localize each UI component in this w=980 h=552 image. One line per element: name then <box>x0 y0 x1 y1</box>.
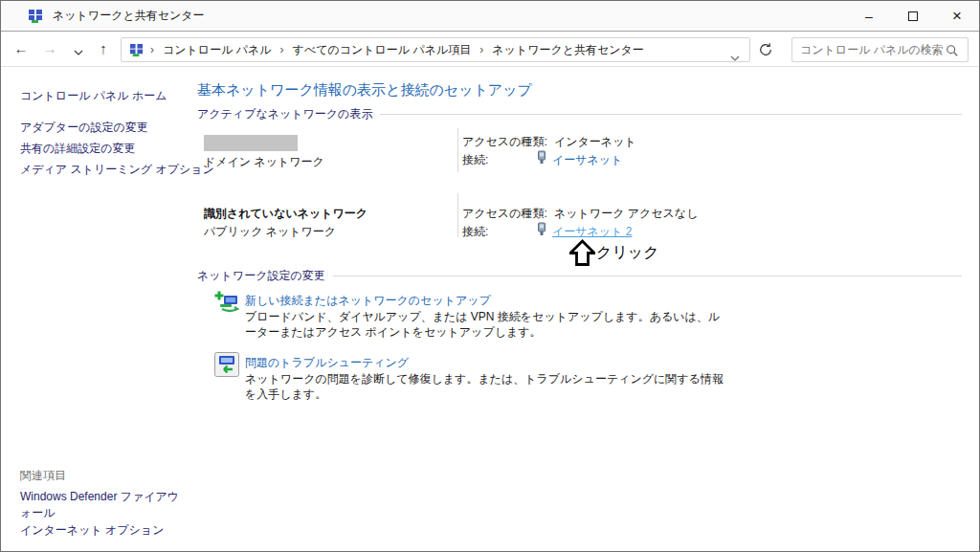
setup-new-connection-description: ブロードバンド、ダイヤルアップ、または VPN 接続をセットアップします。あるい… <box>245 309 725 340</box>
back-icon[interactable]: ← <box>11 33 32 67</box>
new-connection-icon <box>214 290 240 319</box>
window-controls: – × <box>847 1 979 31</box>
network-type-label: ドメイン ネットワーク <box>204 154 324 170</box>
connection-label: 接続: <box>462 152 488 168</box>
troubleshoot-problems-link[interactable]: 問題のトラブルシューティング <box>245 355 409 371</box>
network-column-divider <box>457 128 458 172</box>
network-sharing-center-window: ネットワークと共有センター – × ← → ↑ <box>0 0 980 552</box>
network-type-label: パブリック ネットワーク <box>204 224 336 240</box>
breadcrumb-separator: › <box>473 43 490 56</box>
page-title: 基本ネットワーク情報の表示と接続のセットアップ <box>197 81 532 99</box>
breadcrumb-separator: › <box>144 43 161 56</box>
breadcrumb-item-all-items[interactable]: すべてのコントロール パネル項目 <box>291 42 474 58</box>
network-settings-section-header: ネットワーク設定の変更 <box>197 268 962 284</box>
access-type-label: アクセスの種類: <box>462 134 547 150</box>
sidebar-item-media-streaming-options[interactable]: メディア ストリーミング オプション <box>20 162 214 178</box>
network-settings-header-label: ネットワーク設定の変更 <box>197 268 325 284</box>
sidebar-item-internet-options[interactable]: インターネット オプション <box>20 522 164 539</box>
navigation-bar: ← → ↑ › コントロール パネル › すべてのコントロール パネル項目 › … <box>1 33 979 67</box>
history-chevron-icon[interactable] <box>68 34 89 69</box>
maximize-button[interactable] <box>891 1 935 31</box>
network-sharing-center-icon <box>28 9 43 24</box>
title-bar: ネットワークと共有センター – × <box>1 1 979 32</box>
setup-new-connection-link[interactable]: 新しい接続またはネットワークのセットアップ <box>245 293 491 309</box>
related-items-header: 関連項目 <box>20 468 66 484</box>
window-title: ネットワークと共有センター <box>53 1 205 31</box>
connection-label: 接続: <box>462 224 488 240</box>
ethernet-icon <box>536 222 547 239</box>
breadcrumb-app-icon <box>129 43 144 57</box>
sidebar-item-change-advanced-sharing[interactable]: 共有の詳細設定の変更 <box>20 141 136 157</box>
troubleshoot-icon <box>214 352 239 380</box>
minimize-button[interactable]: – <box>847 1 891 31</box>
active-networks-section-header: アクティブなネットワークの表示 <box>197 106 962 122</box>
ethernet-2-link[interactable]: イーサネット 2 <box>552 224 632 240</box>
search-box <box>791 37 969 62</box>
sidebar-item-change-adapter-settings[interactable]: アダプターの設定の変更 <box>20 120 148 136</box>
access-type-label: アクセスの種類: <box>462 206 547 222</box>
sidebar-item-windows-defender-firewall[interactable]: Windows Defender ファイアウォール <box>20 489 181 521</box>
sidebar-item-control-panel-home[interactable]: コントロール パネル ホーム <box>20 88 167 104</box>
active-networks-header-label: アクティブなネットワークの表示 <box>197 106 372 122</box>
section-rule <box>333 276 962 276</box>
search-icon[interactable] <box>946 44 959 61</box>
address-dropdown-chevron-icon[interactable] <box>730 48 740 65</box>
address-bar[interactable]: › コントロール パネル › すべてのコントロール パネル項目 › ネットワーク… <box>121 37 750 62</box>
click-annotation-arrow-icon <box>569 239 595 269</box>
ethernet-link[interactable]: イーサネット <box>552 152 622 168</box>
search-input[interactable] <box>800 39 944 60</box>
section-rule <box>380 114 962 115</box>
close-button[interactable]: × <box>935 1 979 31</box>
breadcrumb-separator: › <box>274 43 291 56</box>
refresh-icon[interactable] <box>758 42 775 59</box>
network-name-redacted <box>204 135 298 151</box>
breadcrumb-item-control-panel[interactable]: コントロール パネル <box>161 42 274 58</box>
network-name: 識別されていないネットワーク <box>204 206 368 222</box>
network-column-divider <box>457 193 458 237</box>
access-type-value: インターネット <box>554 134 636 150</box>
access-type-value: ネットワーク アクセスなし <box>554 206 698 222</box>
ethernet-icon <box>536 150 547 167</box>
forward-icon[interactable]: → <box>39 33 60 67</box>
troubleshoot-problems-description: ネットワークの問題を診断して修復します。または、トラブルシューティングに関する情… <box>245 371 725 402</box>
click-annotation-label: クリック <box>596 243 659 263</box>
up-icon[interactable]: ↑ <box>93 33 114 67</box>
breadcrumb-item-network-sharing-center[interactable]: ネットワークと共有センター <box>490 42 646 58</box>
